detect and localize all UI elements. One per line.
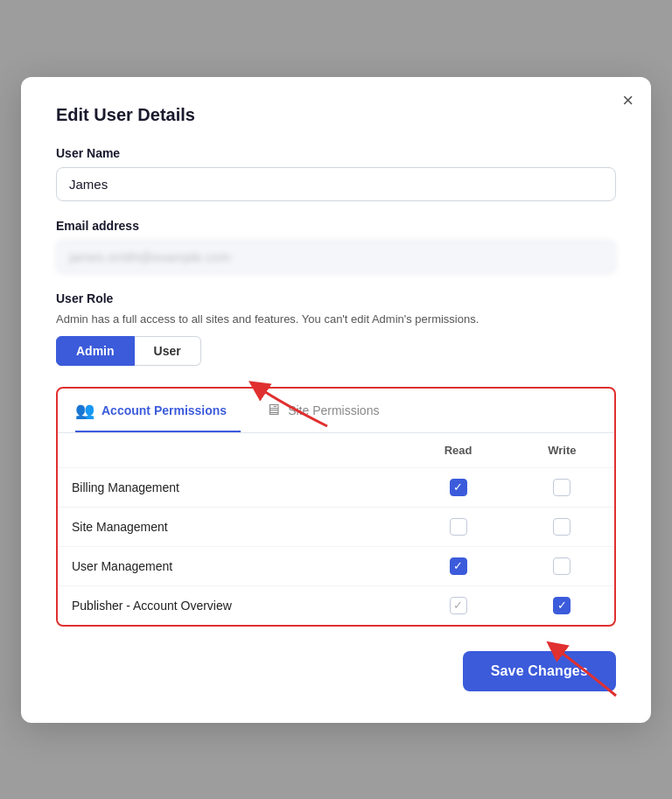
- role-user-button[interactable]: User: [135, 336, 201, 366]
- role-label: User Role: [56, 291, 616, 305]
- col-write: Write: [510, 433, 614, 468]
- permissions-tabs: 👥 Account Permissions 🖥 Site Permissions: [58, 389, 614, 433]
- checkmark-icon: ✓: [453, 560, 463, 571]
- user-read-cell: ✓: [406, 546, 509, 585]
- site-permissions-icon: 🖥: [265, 401, 281, 419]
- user-write-checkbox[interactable]: [553, 557, 570, 575]
- billing-write-cell: [510, 467, 614, 507]
- billing-read-checkbox[interactable]: ✓: [450, 479, 467, 496]
- permission-name: Billing Management: [58, 467, 406, 507]
- permission-name: Site Management: [58, 507, 406, 546]
- username-label: User Name: [56, 146, 616, 160]
- table-row: Publisher - Account Overview ✓: [58, 585, 614, 625]
- modal-overlay: × Edit User Details User Name Email addr…: [0, 0, 672, 799]
- site-read-cell: [406, 507, 509, 546]
- site-write-checkbox[interactable]: [553, 518, 570, 536]
- table-row: User Management ✓: [58, 546, 614, 585]
- permission-name: Publisher - Account Overview: [58, 585, 406, 625]
- publisher-read-checkbox[interactable]: ✓: [450, 597, 467, 614]
- table-row: Site Management: [58, 507, 614, 546]
- publisher-read-cell: ✓: [406, 585, 509, 625]
- role-admin-button[interactable]: Admin: [56, 336, 135, 366]
- role-description: Admin has a full access to all sites and…: [56, 312, 616, 326]
- modal-dialog: × Edit User Details User Name Email addr…: [21, 77, 651, 723]
- user-read-checkbox[interactable]: ✓: [450, 557, 467, 575]
- close-button[interactable]: ×: [622, 91, 634, 110]
- modal-footer: Save Changes: [56, 651, 616, 691]
- permissions-box: 👥 Account Permissions 🖥 Site Permissions…: [56, 387, 616, 627]
- publisher-write-cell: ✓: [510, 585, 614, 625]
- checkmark-icon: ✓: [557, 599, 567, 611]
- email-label: Email address: [56, 219, 616, 233]
- site-write-cell: [510, 507, 614, 546]
- permission-name: User Management: [58, 546, 406, 585]
- tab-site-permissions-label: Site Permissions: [288, 403, 379, 417]
- tab-site-permissions[interactable]: 🖥 Site Permissions: [265, 389, 393, 431]
- checkmark-icon: ✓: [453, 481, 463, 493]
- checkmark-icon: ✓: [453, 599, 463, 611]
- col-permission-name: [58, 433, 406, 468]
- col-read: Read: [406, 433, 509, 468]
- publisher-write-checkbox[interactable]: ✓: [553, 597, 570, 614]
- save-changes-button[interactable]: Save Changes: [463, 651, 616, 691]
- site-read-checkbox[interactable]: [450, 518, 467, 536]
- email-input: james.smith@example.com: [56, 240, 616, 274]
- role-buttons: Admin User: [56, 336, 616, 366]
- username-input[interactable]: [56, 167, 616, 201]
- billing-read-cell: ✓: [406, 467, 509, 507]
- tab-account-permissions-label: Account Permissions: [102, 403, 227, 417]
- table-row: Billing Management ✓: [58, 467, 614, 507]
- tab-account-permissions[interactable]: 👥 Account Permissions: [75, 389, 241, 432]
- modal-title: Edit User Details: [56, 105, 616, 125]
- account-permissions-icon: 👥: [75, 401, 94, 420]
- permissions-table: Read Write Billing Management ✓: [58, 433, 614, 625]
- billing-write-checkbox[interactable]: [553, 479, 570, 496]
- user-write-cell: [510, 546, 614, 585]
